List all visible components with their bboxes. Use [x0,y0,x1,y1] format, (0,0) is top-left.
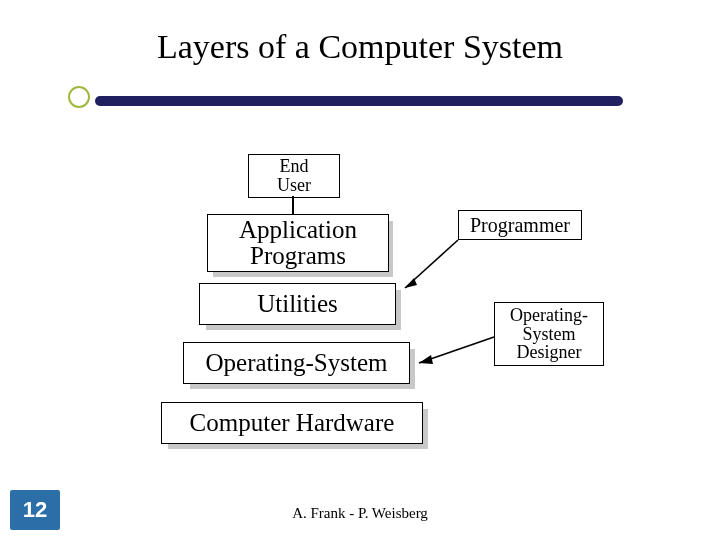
box-programmer: Programmer [458,210,582,240]
box-utilities: Utilities [199,283,396,325]
box-end-user: End User [248,154,340,198]
title-area: Layers of a Computer System [55,28,665,65]
connector-enduser-app [292,196,294,214]
box-computer-hardware: Computer Hardware [161,402,423,444]
box-application-programs: Application Programs [207,214,389,272]
box-os-designer: Operating- System Designer [494,302,604,366]
box-operating-system: Operating-System [183,342,410,384]
slide-title: Layers of a Computer System [55,28,665,65]
arrow-osdesigner-os [407,335,502,375]
slide-footer: A. Frank - P. Weisberg [0,505,720,522]
slide: Layers of a Computer System End User App… [0,0,720,540]
svg-marker-3 [419,355,433,364]
bullet-icon [68,86,90,108]
arrow-programmer-utilities [395,238,465,298]
title-underline [95,96,623,106]
